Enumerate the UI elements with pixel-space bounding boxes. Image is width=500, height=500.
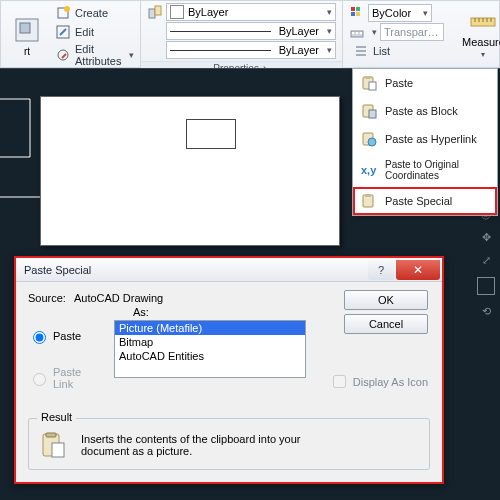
result-group: Result Inserts the contents of the clipb… [28, 418, 430, 470]
svg-rect-6 [149, 9, 155, 18]
help-button[interactable]: ? [368, 260, 394, 280]
paste-icon [361, 75, 377, 91]
svg-rect-8 [351, 7, 355, 11]
menu-paste-as-hyperlink[interactable]: Paste as Hyperlink [353, 125, 497, 153]
color-swatch-icon [170, 5, 184, 19]
source-label: Source: [28, 292, 66, 304]
linetype-dropdown[interactable]: ByLayer ▾ [166, 41, 336, 59]
svg-rect-20 [365, 76, 371, 79]
line-preview-icon [170, 31, 271, 32]
pan-icon[interactable]: ✥ [482, 231, 491, 244]
match-props-icon[interactable] [147, 4, 163, 20]
bycolor-icon [349, 5, 365, 21]
radio-paste[interactable]: Paste [28, 328, 104, 344]
svg-rect-30 [46, 433, 56, 437]
lineweight-dropdown[interactable]: ByLayer ▾ [166, 22, 336, 40]
plotstyle-dropdown[interactable]: ByColor ▾ [368, 4, 432, 22]
chevron-down-icon: ▾ [323, 45, 332, 55]
svg-text:x,y: x,y [361, 164, 377, 176]
shape-rect [186, 119, 236, 149]
menu-label: Paste as Block [385, 105, 458, 117]
radio-paste-link: Paste Link [28, 366, 104, 390]
paste-dropdown-menu: Paste Paste as Block Paste as Hyperlink … [352, 68, 498, 216]
cancel-button[interactable]: Cancel [344, 314, 428, 334]
menu-paste-original-coords[interactable]: x,y Paste to Original Coordinates [353, 153, 497, 187]
menu-paste[interactable]: Paste [353, 69, 497, 97]
svg-rect-31 [52, 443, 64, 457]
svg-rect-21 [369, 82, 376, 90]
chevron-down-icon: ▾ [323, 7, 332, 17]
source-value: AutoCAD Drawing [74, 292, 163, 304]
svg-point-5 [58, 50, 68, 60]
color-dropdown[interactable]: ByLayer ▾ [166, 3, 336, 21]
ok-button[interactable]: OK [344, 290, 428, 310]
ribbon: rt Create Edit Edit Attributes ▾ Block ▾ [0, 0, 500, 68]
menu-paste-special[interactable]: Paste Special [353, 187, 497, 215]
menu-label: Paste Special [385, 195, 452, 207]
insert-icon [13, 16, 41, 44]
list-item[interactable]: Bitmap [115, 335, 305, 349]
viewcube-icon[interactable] [477, 277, 495, 295]
orbit-icon[interactable]: ⟲ [482, 305, 491, 318]
create-button[interactable]: Create [51, 4, 138, 22]
svg-rect-1 [20, 23, 30, 33]
menu-paste-as-block[interactable]: Paste as Block [353, 97, 497, 125]
layout-paper[interactable] [40, 96, 340, 246]
insert-button[interactable]: rt [7, 14, 47, 59]
nav-bar: ◎ ✥ ⤢ ⟲ [474, 208, 498, 318]
list-item[interactable]: AutoCAD Entities [115, 349, 305, 363]
paste-block-icon [361, 103, 377, 119]
svg-rect-7 [155, 6, 161, 15]
result-legend: Result [37, 411, 76, 423]
display-as-icon-checkbox [333, 375, 346, 388]
result-icon [39, 431, 67, 459]
paste-special-dialog: Paste Special ? ✕ OK Cancel Source: Auto… [14, 256, 444, 484]
list-item[interactable]: Picture (Metafile) [115, 321, 305, 335]
paste-coords-icon: x,y [361, 162, 377, 178]
create-icon [55, 5, 71, 21]
close-button[interactable]: ✕ [396, 260, 440, 280]
measure-icon [469, 6, 497, 34]
edit-attributes-button[interactable]: Edit Attributes ▾ [51, 42, 138, 68]
transparency-input[interactable]: Transpar… [380, 23, 444, 41]
svg-point-3 [64, 6, 70, 12]
svg-rect-28 [365, 194, 371, 197]
svg-rect-11 [356, 12, 360, 16]
list-button[interactable]: List [349, 42, 444, 60]
paste-hyperlink-icon [361, 131, 377, 147]
dialog-title: Paste Special [24, 264, 91, 276]
edit-attributes-icon [55, 47, 71, 63]
svg-rect-9 [356, 7, 360, 11]
paste-special-icon [361, 193, 377, 209]
measure-button[interactable]: Measure ▾ [456, 4, 500, 61]
menu-label: Paste to Original Coordinates [385, 159, 489, 181]
line-preview-icon [170, 50, 271, 51]
edit-button[interactable]: Edit [51, 23, 138, 41]
menu-label: Paste as Hyperlink [385, 133, 477, 145]
chevron-down-icon[interactable]: ▾ [368, 27, 377, 37]
svg-point-25 [368, 138, 376, 146]
as-listbox[interactable]: Picture (Metafile) Bitmap AutoCAD Entiti… [114, 320, 306, 378]
svg-rect-23 [369, 110, 376, 118]
result-text: Inserts the contents of the clipboard in… [81, 433, 321, 457]
chevron-down-icon: ▾ [481, 50, 485, 59]
list-icon [353, 43, 369, 59]
zoom-icon[interactable]: ⤢ [482, 254, 491, 267]
dialog-titlebar[interactable]: Paste Special ? ✕ [16, 258, 442, 282]
chevron-down-icon: ▾ [323, 26, 332, 36]
edit-icon [55, 24, 71, 40]
chevron-down-icon: ▾ [419, 8, 428, 18]
display-as-icon-label: Display As Icon [353, 376, 428, 388]
transparency-icon[interactable] [349, 24, 365, 40]
menu-label: Paste [385, 77, 413, 89]
svg-rect-10 [351, 12, 355, 16]
chevron-down-icon: ▾ [125, 50, 134, 60]
